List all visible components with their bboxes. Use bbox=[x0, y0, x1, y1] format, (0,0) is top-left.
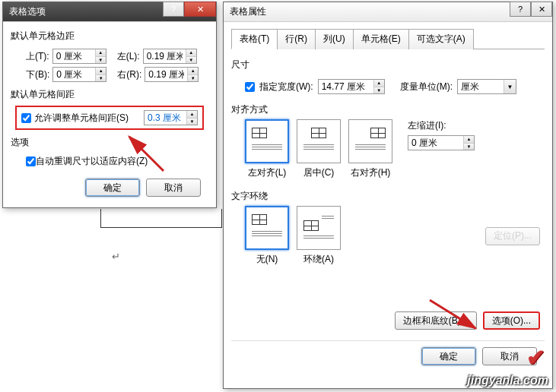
left-margin-label: 左(L): bbox=[117, 50, 140, 63]
align-left-box[interactable] bbox=[245, 119, 289, 163]
title-buttons-left: ? ✕ bbox=[163, 2, 216, 21]
options-button[interactable]: 选项(O)... bbox=[483, 311, 540, 330]
top-label: 上(T): bbox=[26, 50, 49, 63]
border-shading-button[interactable]: 边框和底纹(B)... bbox=[395, 311, 477, 330]
button-row-left: 确定 取消 bbox=[11, 172, 208, 203]
spin-down-icon[interactable]: ▼ bbox=[187, 118, 197, 125]
tab-bar: 表格(T) 行(R) 列(U) 单元格(E) 可选文字(A) bbox=[231, 28, 545, 49]
spin-up-icon[interactable]: ▲ bbox=[188, 68, 198, 74]
close-button[interactable]: ✕ bbox=[184, 2, 216, 17]
background-fragment bbox=[100, 209, 222, 228]
wrap-none-text: 无(N) bbox=[245, 253, 289, 266]
spin-down-icon[interactable]: ▼ bbox=[188, 74, 198, 82]
autofit-text: 自动重调尺寸以适应内容(Z) bbox=[36, 155, 148, 168]
spacing-label: 默认单元格间距 bbox=[11, 87, 208, 104]
cancel-button[interactable]: 取消 bbox=[146, 179, 201, 197]
paragraph-mark: ↵ bbox=[112, 251, 120, 262]
spacing-group: 默认单元格间距 允许调整单元格间距(S) ▲▼ bbox=[11, 87, 208, 130]
spacing-input[interactable] bbox=[145, 111, 186, 125]
title-buttons-right: ? ✕ bbox=[510, 2, 552, 21]
titlebar-left: 表格选项 ? ✕ bbox=[3, 2, 216, 22]
margins-group: 默认单元格边距 上(T): ▲▼ 左(L): ▲▼ 下(B): ▲▼ bbox=[11, 28, 208, 82]
indent-label: 左缩进(I): bbox=[408, 119, 475, 132]
options-label: 选项 bbox=[11, 134, 208, 152]
align-center-text: 居中(C) bbox=[297, 166, 341, 179]
titlebar-right: 表格属性 ? ✕ bbox=[224, 2, 552, 22]
bottom-input[interactable] bbox=[53, 68, 95, 81]
options-group: 选项 自动重调尺寸以适应内容(Z) bbox=[11, 134, 208, 168]
right-margin-label: 右(R): bbox=[117, 68, 141, 81]
chevron-down-icon: ▼ bbox=[504, 80, 516, 93]
align-center-box[interactable] bbox=[297, 119, 341, 163]
autofit-checkbox[interactable] bbox=[26, 156, 36, 166]
ok-button[interactable]: 确定 bbox=[85, 179, 140, 197]
wrap-label: 文字环绕 bbox=[231, 188, 545, 206]
checkmark-annotation: ✔ bbox=[526, 344, 545, 371]
left-spinner[interactable]: ▲▼ bbox=[143, 49, 197, 64]
watermark: jingyanla.com bbox=[467, 374, 548, 387]
indent-spinner[interactable]: ▲▼ bbox=[408, 135, 475, 150]
wrap-around-text: 环绕(A) bbox=[297, 253, 341, 266]
title-right: 表格属性 bbox=[230, 5, 510, 18]
tab-column[interactable]: 列(U) bbox=[315, 29, 354, 49]
spin-down-icon[interactable]: ▼ bbox=[96, 56, 106, 64]
left-input[interactable] bbox=[144, 49, 186, 63]
indent-input[interactable] bbox=[408, 136, 463, 150]
spin-up-icon[interactable]: ▲ bbox=[464, 136, 474, 143]
spin-up-icon[interactable]: ▲ bbox=[187, 111, 197, 118]
align-right-text: 右对齐(H) bbox=[348, 166, 392, 179]
spacing-highlight: 允许调整单元格间距(S) ▲▼ bbox=[15, 106, 204, 130]
align-label: 对齐方式 bbox=[231, 102, 545, 119]
measure-dropdown[interactable]: 厘米 ▼ bbox=[457, 79, 516, 94]
help-button[interactable]: ? bbox=[163, 2, 184, 17]
close-button[interactable]: ✕ bbox=[531, 2, 552, 17]
measure-value: 厘米 bbox=[458, 81, 504, 93]
width-spinner[interactable]: ▲▼ bbox=[318, 79, 385, 94]
pref-width-label: 指定宽度(W): bbox=[259, 81, 313, 93]
content-left: 默认单元格边距 上(T): ▲▼ 左(L): ▲▼ 下(B): ▲▼ bbox=[3, 22, 216, 209]
position-button: 定位(P)... bbox=[485, 227, 540, 245]
width-input[interactable] bbox=[319, 80, 373, 93]
spin-down-icon[interactable]: ▼ bbox=[96, 74, 106, 82]
spin-down-icon[interactable]: ▼ bbox=[374, 87, 384, 94]
help-button[interactable]: ? bbox=[510, 2, 531, 17]
spin-up-icon[interactable]: ▲ bbox=[374, 80, 384, 87]
table-options-dialog: 表格选项 ? ✕ 默认单元格边距 上(T): ▲▼ 左(L): ▲▼ bbox=[2, 2, 217, 208]
spin-up-icon[interactable]: ▲ bbox=[96, 68, 106, 74]
title-left: 表格选项 bbox=[9, 5, 163, 18]
content-right: 表格(T) 行(R) 列(U) 单元格(E) 可选文字(A) 尺寸 指定宽度(W… bbox=[224, 22, 552, 378]
tab-row[interactable]: 行(R) bbox=[277, 29, 316, 49]
allow-spacing-checkbox[interactable] bbox=[21, 113, 31, 123]
align-options: 左对齐(L) 居中(C) 右对齐(H) bbox=[245, 119, 392, 179]
wrap-around-box[interactable] bbox=[297, 206, 341, 250]
size-label: 尺寸 bbox=[231, 57, 545, 74]
top-input[interactable] bbox=[53, 49, 95, 63]
ok-button-right[interactable]: 确定 bbox=[421, 347, 476, 365]
align-right-box[interactable] bbox=[348, 119, 392, 163]
top-spinner[interactable]: ▲▼ bbox=[52, 49, 106, 64]
margins-label: 默认单元格边距 bbox=[11, 28, 208, 46]
measure-label: 度量单位(M): bbox=[400, 81, 453, 93]
spin-up-icon[interactable]: ▲ bbox=[96, 49, 106, 56]
tab-table[interactable]: 表格(T) bbox=[231, 29, 278, 49]
bottom-label: 下(B): bbox=[26, 68, 49, 81]
wrap-none-box[interactable] bbox=[245, 206, 289, 250]
wrap-options: 无(N) 环绕(A) bbox=[245, 206, 341, 266]
align-left-text: 左对齐(L) bbox=[245, 166, 289, 179]
spin-up-icon[interactable]: ▲ bbox=[186, 49, 196, 56]
spin-down-icon[interactable]: ▼ bbox=[464, 143, 474, 150]
table-properties-dialog: 表格属性 ? ✕ 表格(T) 行(R) 列(U) 单元格(E) 可选文字(A) … bbox=[223, 2, 553, 389]
bottom-spinner[interactable]: ▲▼ bbox=[52, 67, 106, 82]
pref-width-checkbox[interactable] bbox=[245, 82, 255, 92]
allow-spacing-text: 允许调整单元格间距(S) bbox=[34, 112, 129, 125]
spin-down-icon[interactable]: ▼ bbox=[186, 56, 196, 64]
tab-alttext[interactable]: 可选文字(A) bbox=[408, 29, 474, 49]
tab-cell[interactable]: 单元格(E) bbox=[353, 29, 409, 49]
spacing-spinner[interactable]: ▲▼ bbox=[144, 110, 198, 125]
right-input[interactable] bbox=[145, 68, 187, 81]
right-spinner[interactable]: ▲▼ bbox=[145, 67, 199, 82]
